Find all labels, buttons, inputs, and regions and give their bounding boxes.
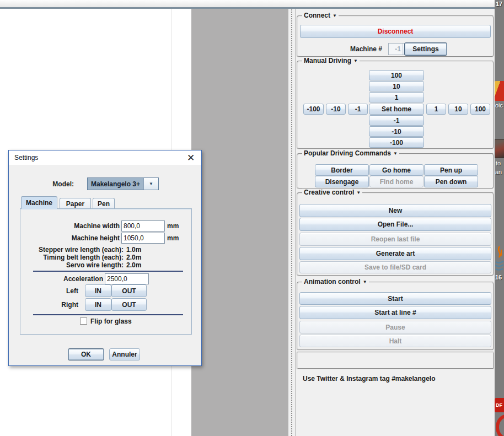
jog-x-plus-100-button[interactable]: 100 bbox=[470, 104, 490, 115]
servo-wire-value: 2.0m bbox=[126, 261, 141, 269]
set-home-button[interactable]: Set home bbox=[369, 104, 424, 115]
stepper-wire-value: 1.0m bbox=[126, 246, 141, 254]
tab-machine[interactable]: Machine bbox=[21, 196, 57, 209]
chevron-down-icon[interactable]: ▼ bbox=[143, 178, 158, 190]
left-in-button[interactable]: IN bbox=[85, 284, 111, 297]
pdf-icon-label: oic bbox=[495, 102, 503, 109]
jog-y-plus-10-button[interactable]: 10 bbox=[369, 81, 424, 91]
photo-file-icon[interactable] bbox=[495, 139, 504, 158]
dialog-titlebar[interactable]: Settings ✕ bbox=[9, 150, 201, 165]
animation-control-group-title: Animation control▼ bbox=[302, 278, 369, 286]
left-motor-label: Left bbox=[20, 287, 78, 295]
animation-control-group: Animation control▼ Start Start at line #… bbox=[297, 282, 494, 351]
popular-commands-group-title: Popular Driving Commands▼ bbox=[302, 149, 399, 158]
machine-tab-panel: Machine width mm Machine height mm Stepp… bbox=[20, 208, 192, 335]
separator-line bbox=[33, 314, 183, 315]
servo-wire-label: Servo wire length: bbox=[20, 261, 124, 269]
java-icon-label: 16 bbox=[495, 274, 502, 281]
disengage-button[interactable]: Disengage bbox=[315, 176, 369, 187]
machine-height-unit: mm bbox=[167, 234, 179, 242]
machine-width-label: Machine width bbox=[31, 222, 120, 230]
stepper-wire-label: Stepper wire length (each): bbox=[20, 246, 124, 254]
jog-x-plus-1-button[interactable]: 1 bbox=[426, 104, 446, 115]
connect-group: Connect▼ Disconnect Machine # -1 ▼ Setti… bbox=[297, 15, 494, 57]
creative-control-group-title: Creative control▼ bbox=[302, 189, 362, 197]
jog-y-plus-100-button[interactable]: 100 bbox=[369, 70, 424, 80]
acceleration-label: Acceleration bbox=[20, 275, 103, 283]
jog-y-minus-10-button[interactable]: -10 bbox=[369, 126, 424, 137]
tab-paper[interactable]: Paper bbox=[60, 198, 91, 209]
close-icon[interactable]: ✕ bbox=[183, 150, 199, 165]
flip-for-glass-label: Flip for glass bbox=[90, 317, 132, 325]
chevron-down-icon: ▼ bbox=[353, 58, 358, 63]
new-button[interactable]: New bbox=[299, 204, 491, 217]
machine-width-unit: mm bbox=[167, 222, 179, 230]
flip-for-glass-checkbox[interactable] bbox=[80, 317, 87, 325]
pdf-file-icon[interactable]: DF bbox=[495, 398, 504, 436]
jog-x-minus-100-button[interactable]: -100 bbox=[303, 104, 324, 115]
social-tag-line: Use Twitter & Instagram tag #makelangelo bbox=[303, 375, 436, 383]
machine-number-value: -1 bbox=[389, 44, 403, 55]
jog-y-minus-100-button[interactable]: -100 bbox=[369, 137, 424, 148]
java-logo-graphic bbox=[495, 246, 504, 273]
split-pane-divider[interactable] bbox=[288, 9, 295, 436]
pdf-swirl-graphic bbox=[496, 415, 504, 436]
machine-width-input[interactable] bbox=[121, 220, 165, 232]
left-out-button[interactable]: OUT bbox=[111, 284, 147, 297]
start-at-line-button[interactable]: Start at line # bbox=[299, 306, 491, 319]
status-box bbox=[297, 352, 494, 369]
start-button[interactable]: Start bbox=[299, 292, 491, 305]
right-out-button[interactable]: OUT bbox=[111, 298, 147, 311]
jog-x-minus-10-button[interactable]: -10 bbox=[326, 104, 346, 115]
photo-icon-label-line2: an bbox=[495, 169, 502, 175]
machine-height-input[interactable] bbox=[121, 233, 165, 244]
connect-group-title: Connect▼ bbox=[302, 12, 339, 20]
ok-button[interactable]: OK bbox=[68, 348, 104, 360]
generate-art-button[interactable]: Generate art bbox=[299, 247, 491, 260]
manual-driving-group-title: Manual Driving▼ bbox=[302, 57, 360, 65]
open-file-button[interactable]: Open File... bbox=[299, 218, 491, 231]
pause-button: Pause bbox=[299, 321, 491, 333]
manual-driving-group: Manual Driving▼ 100 10 1 -100 -10 -1 Set… bbox=[297, 61, 494, 149]
connect-title-text: Connect bbox=[304, 12, 330, 19]
jog-x-plus-10-button[interactable]: 10 bbox=[448, 104, 468, 115]
go-home-button[interactable]: Go home bbox=[369, 164, 423, 176]
creative-control-group: Creative control▼ New Open File... Reope… bbox=[297, 192, 494, 276]
pen-down-button[interactable]: Pen down bbox=[424, 176, 478, 187]
model-combo[interactable]: Makelangelo 3+ ▼ bbox=[87, 177, 159, 190]
chevron-down-icon: ▼ bbox=[393, 151, 398, 156]
preview-background[interactable] bbox=[191, 9, 288, 436]
photo-icon-label-line1: to bbox=[496, 160, 501, 166]
right-in-button[interactable]: IN bbox=[85, 298, 111, 311]
model-combo-value: Makelangelo 3+ bbox=[88, 178, 143, 190]
chevron-down-icon: ▼ bbox=[363, 279, 367, 284]
cancel-button[interactable]: Annuler bbox=[109, 348, 140, 360]
tab-pen[interactable]: Pen bbox=[93, 198, 115, 209]
acceleration-input[interactable] bbox=[105, 273, 149, 284]
java-app-icon[interactable] bbox=[495, 246, 504, 273]
timing-belt-value: 2.0m bbox=[126, 254, 141, 261]
separator-line bbox=[33, 271, 183, 272]
halt-button: Halt bbox=[299, 335, 491, 347]
machine-height-label: Machine height bbox=[31, 234, 120, 242]
model-label: Model: bbox=[31, 180, 74, 188]
chevron-down-icon: ▼ bbox=[356, 190, 361, 195]
find-home-button: Find home bbox=[369, 176, 423, 187]
pdf-badge: DF bbox=[495, 398, 504, 412]
desktop-text-fragment: 17 bbox=[496, 1, 502, 7]
disconnect-button[interactable]: Disconnect bbox=[300, 25, 491, 38]
pdf-file-icon[interactable] bbox=[495, 81, 504, 101]
jog-y-plus-1-button[interactable]: 1 bbox=[369, 92, 424, 103]
save-to-file-button: Save to file/SD card bbox=[299, 261, 491, 273]
chevron-down-icon: ▼ bbox=[333, 13, 337, 18]
border-button[interactable]: Border bbox=[315, 164, 369, 176]
right-motor-label: Right bbox=[20, 301, 78, 309]
pen-up-button[interactable]: Pen up bbox=[424, 164, 478, 176]
jog-x-minus-1-button[interactable]: -1 bbox=[348, 104, 368, 115]
settings-dialog: Settings ✕ Model: Makelangelo 3+ ▼ Machi… bbox=[8, 150, 202, 366]
animation-control-title-text: Animation control bbox=[304, 278, 361, 286]
machine-number-label: Machine # bbox=[350, 45, 382, 53]
settings-button[interactable]: Settings bbox=[404, 42, 447, 56]
timing-belt-label: Timing belt length (each): bbox=[20, 254, 124, 261]
jog-y-minus-1-button[interactable]: -1 bbox=[369, 115, 424, 126]
